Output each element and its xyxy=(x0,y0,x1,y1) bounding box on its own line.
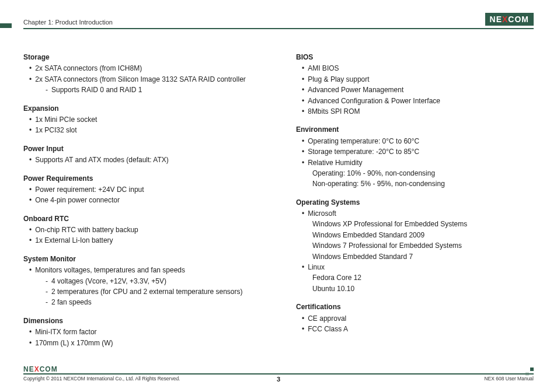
brand-logo: NEXCOM xyxy=(485,13,534,26)
list-item: 8Mbits SPI ROM xyxy=(302,107,534,117)
list-item: Microsoft xyxy=(302,209,534,219)
content-area: Storage2x SATA connectors (from ICH8M)2x… xyxy=(23,52,534,356)
section-title: BIOS xyxy=(296,52,534,62)
page-number: 3 xyxy=(277,376,280,383)
spec-section: EnvironmentOperating temperature: 0°C to… xyxy=(296,125,534,189)
spec-section: Power InputSupports AT and ATX modes (de… xyxy=(23,144,261,166)
page-header: Chapter 1: Product Introduction NEXCOM xyxy=(23,13,534,29)
list-item: Fedora Core 12 xyxy=(302,273,534,283)
spec-section: Power RequirementsPower requirement: +24… xyxy=(23,174,261,206)
list-item: Linux xyxy=(302,262,534,272)
list-item: CE approval xyxy=(302,314,534,324)
list-item: 1x Mini PCIe socket xyxy=(29,115,261,125)
list-item: Mini-ITX form factor xyxy=(29,327,261,337)
footer-logo-pre: NE xyxy=(23,365,34,373)
list-item: FCC Class A xyxy=(302,324,534,334)
section-title: Environment xyxy=(296,125,534,135)
footer-bar: Copyright © 2011 NEXCOM International Co… xyxy=(23,373,534,382)
list-item: Operating temperature: 0°C to 60°C xyxy=(302,136,534,146)
list-item: 2x SATA connectors (from ICH8M) xyxy=(29,64,261,74)
spec-list: Monitors voltages, temperatures and fan … xyxy=(23,265,261,308)
section-title: Operating Systems xyxy=(296,198,534,208)
list-item: AMI BIOS xyxy=(302,64,534,74)
list-item: 2 fan speeds xyxy=(29,298,261,307)
list-item: Windows XP Professional for Embedded Sys… xyxy=(302,219,534,229)
list-item: Storage temperature: -20°C to 85°C xyxy=(302,147,534,157)
section-title: Power Input xyxy=(23,144,261,154)
list-item: Plug & Play support xyxy=(302,75,534,85)
logo-text-post: COM xyxy=(508,15,529,24)
spec-list: 1x Mini PCIe socket1x PCI32 slot xyxy=(23,115,261,136)
list-item: Advanced Configuration & Power Interface xyxy=(302,96,534,106)
list-item: Power requirement: +24V DC input xyxy=(29,185,261,195)
manual-name: NEX 608 User Manual xyxy=(484,376,534,382)
logo-text-pre: NE xyxy=(490,15,502,24)
list-item: Non-operating: 5% - 95%, non-condensing xyxy=(302,179,534,189)
list-item: Monitors voltages, temperatures and fan … xyxy=(29,265,261,275)
spec-section: Onboard RTCOn-chip RTC with battery back… xyxy=(23,214,261,246)
page-footer: NEXCOM Copyright © 2011 NEXCOM Internati… xyxy=(23,373,534,382)
footer-logo-post: COM xyxy=(40,365,58,373)
list-item: One 4-pin power connector xyxy=(29,195,261,205)
spec-list: CE approvalFCC Class A xyxy=(296,314,534,335)
spec-list: Power requirement: +24V DC inputOne 4-pi… xyxy=(23,185,261,206)
chapter-title: Chapter 1: Product Introduction xyxy=(23,19,113,26)
section-title: Onboard RTC xyxy=(23,214,261,224)
list-item: 2x SATA connectors (from Silicon Image 3… xyxy=(29,75,261,85)
list-item: 170mm (L) x 170mm (W) xyxy=(29,338,261,348)
list-item: 2 temperatures (for CPU and 2 external t… xyxy=(29,287,261,297)
list-item: On-chip RTC with battery backup xyxy=(29,225,261,235)
section-title: Certifications xyxy=(296,302,534,312)
right-column: BIOSAMI BIOSPlug & Play supportAdvanced … xyxy=(296,52,534,356)
list-item: Relative Humidity xyxy=(302,158,534,168)
spec-section: Operating SystemsMicrosoftWindows XP Pro… xyxy=(296,198,534,295)
spec-list: Operating temperature: 0°C to 60°CStorag… xyxy=(296,136,534,190)
section-title: Storage xyxy=(23,52,261,62)
list-item: Operating: 10% - 90%, non-condensing xyxy=(302,169,534,178)
footer-logo-x: X xyxy=(34,365,40,373)
spec-list: 2x SATA connectors (from ICH8M)2x SATA c… xyxy=(23,64,261,95)
list-item: Windows Embedded Standard 7 xyxy=(302,252,534,262)
section-title: Expansion xyxy=(23,104,261,114)
spec-list: MicrosoftWindows XP Professional for Emb… xyxy=(296,209,534,294)
list-item: 4 voltages (Vcore, +12V, +3.3V, +5V) xyxy=(29,276,261,286)
list-item: Windows Embedded Standard 2009 xyxy=(302,230,534,240)
section-title: Power Requirements xyxy=(23,174,261,184)
side-tab-icon xyxy=(0,23,12,28)
spec-section: Storage2x SATA connectors (from ICH8M)2x… xyxy=(23,52,261,96)
list-item: Advanced Power Management xyxy=(302,85,534,95)
spec-list: AMI BIOSPlug & Play supportAdvanced Powe… xyxy=(296,64,534,117)
list-item: Supports AT and ATX modes (default: ATX) xyxy=(29,155,261,165)
logo-text-x: X xyxy=(502,15,508,24)
section-title: Dimensions xyxy=(23,316,261,326)
copyright-text: Copyright © 2011 NEXCOM International Co… xyxy=(23,376,180,382)
spec-list: On-chip RTC with battery backup1x Extern… xyxy=(23,225,261,246)
list-item: Ubuntu 10.10 xyxy=(302,284,534,294)
spec-section: BIOSAMI BIOSPlug & Play supportAdvanced … xyxy=(296,52,534,117)
list-item: Windows 7 Professional for Embedded Syst… xyxy=(302,241,534,251)
list-item: 1x External Li-Ion battery xyxy=(29,236,261,246)
spec-section: CertificationsCE approvalFCC Class A xyxy=(296,302,534,334)
list-item: 1x PCI32 slot xyxy=(29,125,261,135)
spec-section: System MonitorMonitors voltages, tempera… xyxy=(23,254,261,308)
spec-list: Mini-ITX form factor170mm (L) x 170mm (W… xyxy=(23,327,261,348)
spec-section: Expansion1x Mini PCIe socket1x PCI32 slo… xyxy=(23,104,261,136)
section-title: System Monitor xyxy=(23,254,261,264)
spec-section: DimensionsMini-ITX form factor170mm (L) … xyxy=(23,316,261,348)
footer-logo: NEXCOM xyxy=(23,365,61,373)
spec-list: Supports AT and ATX modes (default: ATX) xyxy=(23,155,261,165)
list-item: Supports RAID 0 and RAID 1 xyxy=(29,85,261,95)
left-column: Storage2x SATA connectors (from ICH8M)2x… xyxy=(23,52,261,356)
